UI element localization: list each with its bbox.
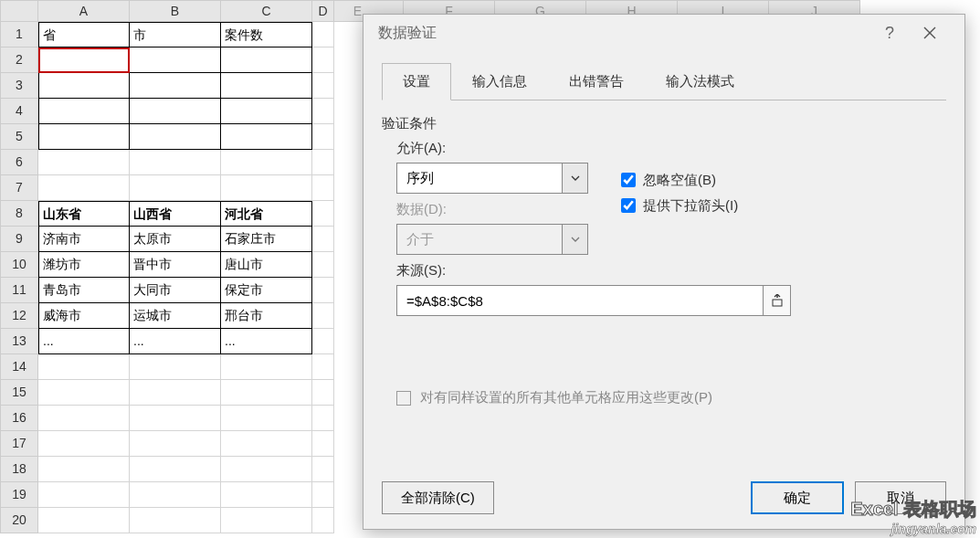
- row-header[interactable]: 7: [0, 175, 38, 201]
- checkbox-input[interactable]: [621, 173, 636, 187]
- row-header[interactable]: 13: [0, 329, 38, 354]
- cell-C9[interactable]: 石家庄市: [221, 227, 312, 252]
- row-header[interactable]: 2: [0, 47, 38, 73]
- cell[interactable]: [130, 457, 221, 482]
- cell-D4[interactable]: [312, 99, 334, 124]
- tab-error-alert[interactable]: 出错警告: [548, 63, 645, 100]
- cell-B12[interactable]: 运城市: [130, 303, 221, 329]
- select-all-corner[interactable]: [0, 0, 38, 22]
- cell-B3[interactable]: [130, 73, 221, 99]
- in-cell-dropdown-checkbox[interactable]: 提供下拉箭头(I): [617, 195, 738, 216]
- cell-A5[interactable]: [38, 124, 130, 150]
- cell-B1[interactable]: 市: [130, 22, 221, 47]
- cell-C2[interactable]: [221, 47, 312, 73]
- cell-C1[interactable]: 案件数: [221, 22, 312, 47]
- cell-A11[interactable]: 青岛市: [38, 278, 130, 303]
- cell[interactable]: [130, 354, 221, 380]
- cell-A4[interactable]: [38, 99, 130, 124]
- cell-A3[interactable]: [38, 73, 130, 99]
- col-header-B[interactable]: B: [130, 0, 221, 22]
- row-header[interactable]: 15: [0, 380, 38, 406]
- cell-D1[interactable]: [312, 22, 334, 47]
- row-header[interactable]: 11: [0, 278, 38, 303]
- help-button[interactable]: ?: [869, 15, 910, 51]
- cell[interactable]: [312, 508, 334, 533]
- cell[interactable]: [312, 354, 334, 380]
- row-header[interactable]: 3: [0, 73, 38, 99]
- cell-D10[interactable]: [312, 252, 334, 278]
- dialog-titlebar[interactable]: 数据验证 ?: [364, 15, 964, 51]
- col-header-A[interactable]: A: [38, 0, 130, 22]
- cell[interactable]: [38, 431, 130, 457]
- row-header[interactable]: 5: [0, 124, 38, 150]
- cell[interactable]: [221, 431, 312, 457]
- apply-to-others-checkbox[interactable]: 对有同样设置的所有其他单元格应用这些更改(P): [396, 389, 946, 406]
- allow-dropdown[interactable]: 序列: [396, 163, 588, 194]
- cell[interactable]: [38, 354, 130, 380]
- cell-C8[interactable]: 河北省: [221, 201, 312, 227]
- cell[interactable]: [38, 457, 130, 482]
- clear-all-button[interactable]: 全部清除(C): [382, 481, 494, 514]
- cell-B7[interactable]: [130, 175, 221, 201]
- range-picker-button[interactable]: [763, 286, 790, 315]
- cell-B11[interactable]: 大同市: [130, 278, 221, 303]
- cell[interactable]: [312, 457, 334, 482]
- cell-B8[interactable]: 山西省: [130, 201, 221, 227]
- cell-D5[interactable]: [312, 124, 334, 150]
- row-header[interactable]: 4: [0, 99, 38, 124]
- row-header[interactable]: 1: [0, 22, 38, 47]
- ignore-blank-checkbox[interactable]: 忽略空值(B): [617, 170, 738, 190]
- cell-A12[interactable]: 威海市: [38, 303, 130, 329]
- cell-A6[interactable]: [38, 150, 130, 175]
- cell[interactable]: [312, 431, 334, 457]
- cell-D8[interactable]: [312, 201, 334, 227]
- cell-A8[interactable]: 山东省: [38, 201, 130, 227]
- ok-button[interactable]: 确定: [751, 481, 844, 514]
- source-input[interactable]: [397, 293, 763, 309]
- cell-A7[interactable]: [38, 175, 130, 201]
- cell[interactable]: [130, 406, 221, 431]
- checkbox-input[interactable]: [621, 198, 636, 213]
- cell[interactable]: [221, 457, 312, 482]
- tab-input-message[interactable]: 输入信息: [451, 63, 548, 100]
- cell-D12[interactable]: [312, 303, 334, 329]
- cell-C4[interactable]: [221, 99, 312, 124]
- cell[interactable]: [38, 482, 130, 508]
- row-header[interactable]: 6: [0, 150, 38, 175]
- cell-C13[interactable]: ...: [221, 329, 312, 354]
- cell[interactable]: [130, 508, 221, 533]
- row-header[interactable]: 19: [0, 482, 38, 508]
- cell-B6[interactable]: [130, 150, 221, 175]
- tab-settings[interactable]: 设置: [382, 63, 451, 100]
- row-header[interactable]: 8: [0, 201, 38, 227]
- cell-B4[interactable]: [130, 99, 221, 124]
- cell-B10[interactable]: 晋中市: [130, 252, 221, 278]
- cell[interactable]: [221, 380, 312, 406]
- cell-A9[interactable]: 济南市: [38, 227, 130, 252]
- cell-A13[interactable]: ...: [38, 329, 130, 354]
- cell[interactable]: [312, 406, 334, 431]
- cell-A10[interactable]: 潍坊市: [38, 252, 130, 278]
- cell[interactable]: [130, 431, 221, 457]
- cell-D13[interactable]: [312, 329, 334, 354]
- cell-C3[interactable]: [221, 73, 312, 99]
- cell[interactable]: [312, 482, 334, 508]
- cell-D6[interactable]: [312, 150, 334, 175]
- row-header[interactable]: 10: [0, 252, 38, 278]
- tab-ime-mode[interactable]: 输入法模式: [645, 63, 755, 100]
- cell[interactable]: [38, 406, 130, 431]
- row-header[interactable]: 18: [0, 457, 38, 482]
- row-header[interactable]: 17: [0, 431, 38, 457]
- cell-C10[interactable]: 唐山市: [221, 252, 312, 278]
- row-header[interactable]: 9: [0, 227, 38, 252]
- cell[interactable]: [221, 482, 312, 508]
- cell-C6[interactable]: [221, 150, 312, 175]
- cancel-button[interactable]: 取消: [855, 481, 946, 514]
- cell-B5[interactable]: [130, 124, 221, 150]
- row-header[interactable]: 20: [0, 508, 38, 533]
- cell-C11[interactable]: 保定市: [221, 278, 312, 303]
- cell[interactable]: [221, 406, 312, 431]
- col-header-D[interactable]: D: [312, 0, 334, 22]
- cell[interactable]: [312, 380, 334, 406]
- row-header[interactable]: 14: [0, 354, 38, 380]
